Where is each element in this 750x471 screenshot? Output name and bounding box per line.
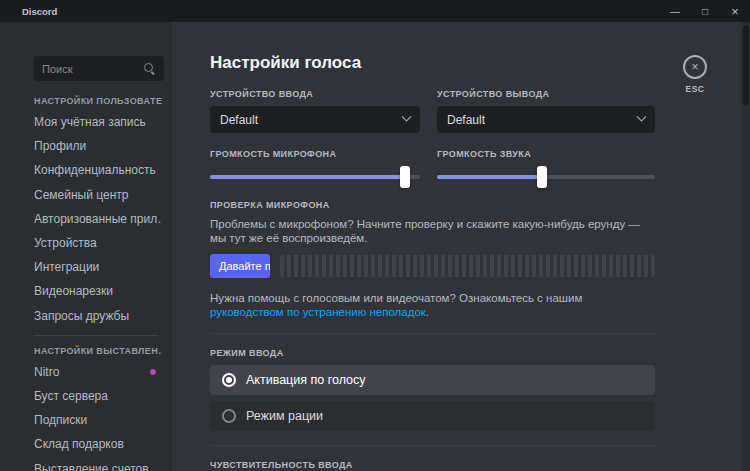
search-input[interactable] — [42, 63, 143, 75]
sidebar-item-subscriptions[interactable]: Подписки — [34, 408, 162, 432]
output-volume-label: ГРОМКОСТЬ ЗВУКА — [437, 149, 655, 159]
sidebar-item-devices[interactable]: Устройства — [34, 231, 162, 255]
sidebar-item-profiles[interactable]: Профили — [34, 134, 162, 158]
sidebar-item-nitro[interactable]: Nitro — [34, 360, 162, 384]
radio-selected-icon — [222, 373, 236, 387]
chevron-down-icon — [402, 112, 412, 122]
search-icon — [143, 62, 156, 75]
input-mode-label: РЕЖИМ ВВОДА — [210, 348, 655, 358]
sidebar-item-privacy[interactable]: Конфиденциальность — [34, 158, 162, 182]
mic-level-meter — [280, 255, 655, 277]
chevron-down-icon — [637, 112, 647, 122]
mic-test-button[interactable]: Давайте пр… — [210, 254, 270, 278]
input-device-select[interactable]: Default — [210, 106, 420, 133]
search-box[interactable] — [34, 56, 164, 81]
window-titlebar: Discord — □ × — [0, 0, 750, 22]
output-device-select[interactable]: Default — [437, 106, 655, 133]
slider-fill — [437, 175, 542, 179]
input-sensitivity-label: ЧУВСТВИТЕЛЬНОСТЬ ВВОДА — [210, 460, 655, 470]
sidebar-item-integrations[interactable]: Интеграции — [34, 255, 162, 279]
sidebar-item-family-center[interactable]: Семейный центр — [34, 183, 162, 207]
sidebar-item-my-account[interactable]: Моя учётная запись — [34, 110, 162, 134]
sidebar-item-gift-inventory[interactable]: Склад подарков — [34, 432, 162, 456]
sidebar-item-friend-requests[interactable]: Запросы дружбы — [34, 304, 162, 328]
minimize-icon[interactable]: — — [660, 0, 690, 22]
esc-close-icon: × — [683, 55, 707, 79]
mic-volume-slider[interactable] — [210, 166, 420, 188]
sidebar-item-billing[interactable]: Выставление счетов — [34, 456, 162, 471]
input-mode-option-push-to-talk[interactable]: Режим рации — [210, 401, 655, 431]
slider-fill — [210, 175, 405, 179]
esc-label: ESC — [681, 84, 709, 94]
sidebar-nav: НАСТРОЙКИ ПОЛЬЗОВАТЕ… Моя учётная запись… — [34, 93, 162, 471]
close-icon[interactable]: × — [720, 0, 750, 22]
sidebar-section-billing-settings: НАСТРОЙКИ ВЫСТАВЛЕН… — [34, 343, 162, 360]
output-volume-slider-handle[interactable] — [537, 166, 547, 188]
maximize-icon[interactable]: □ — [690, 0, 720, 22]
window-title: Discord — [22, 6, 57, 17]
input-device-value: Default — [220, 113, 258, 127]
mic-test-label: ПРОВЕРКА МИКРОФОНА — [210, 200, 655, 210]
voice-help-text: Нужна помощь с голосовым или видеочатом?… — [210, 291, 655, 319]
sidebar-item-authorized-apps[interactable]: Авторизованные прил… — [34, 207, 162, 231]
mic-volume-slider-handle[interactable] — [400, 166, 410, 188]
section-divider — [210, 445, 655, 446]
output-volume-slider[interactable] — [437, 166, 655, 188]
output-device-label: УСТРОЙСТВО ВЫВОДА — [437, 89, 655, 99]
sidebar-item-server-boost[interactable]: Буст сервера — [34, 384, 162, 408]
scrollbar-track[interactable] — [741, 22, 750, 471]
nitro-badge-icon — [150, 369, 156, 375]
radio-unselected-icon — [222, 409, 236, 423]
voice-settings-panel: Настройки голоса УСТРОЙСТВО ВВОДА Defaul… — [172, 22, 750, 471]
input-mode-option-voice-activity[interactable]: Активация по голосу — [210, 365, 655, 395]
sidebar-item-clips[interactable]: Видеонарезки — [34, 279, 162, 303]
page-title: Настройки голоса — [210, 53, 655, 73]
sidebar-divider — [34, 335, 158, 336]
section-divider — [210, 333, 655, 334]
esc-close-button[interactable]: × ESC — [681, 55, 709, 94]
output-device-value: Default — [447, 113, 485, 127]
input-device-label: УСТРОЙСТВО ВВОДА — [210, 89, 420, 99]
mic-test-description: Проблемы с микрофоном? Начните проверку … — [210, 217, 655, 245]
settings-sidebar: НАСТРОЙКИ ПОЛЬЗОВАТЕ… Моя учётная запись… — [0, 22, 172, 471]
troubleshooting-guide-link[interactable]: руководством по устранению неполадок — [210, 306, 426, 318]
mic-volume-label: ГРОМКОСТЬ МИКРОФОНА — [210, 149, 420, 159]
scrollbar-thumb[interactable] — [743, 25, 749, 105]
window-controls: — □ × — [660, 0, 750, 22]
sidebar-section-user-settings: НАСТРОЙКИ ПОЛЬЗОВАТЕ… — [34, 93, 162, 110]
